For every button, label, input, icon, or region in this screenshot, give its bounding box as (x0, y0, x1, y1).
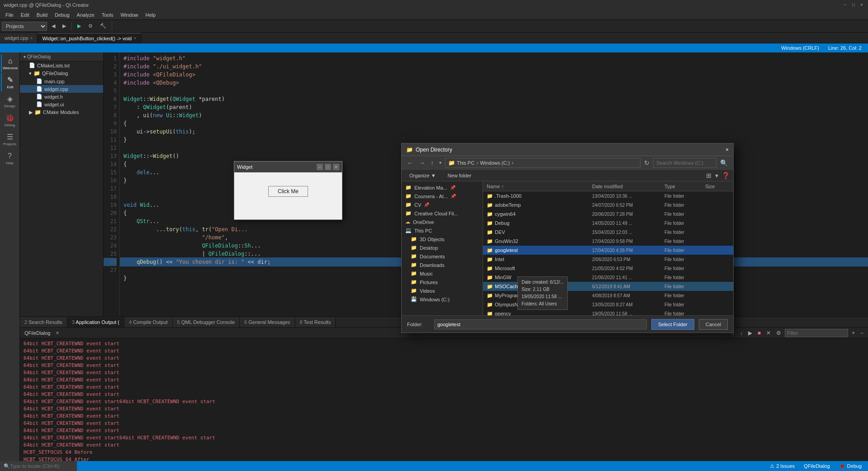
status-debug[interactable]: 🐞 Debug (836, 463, 864, 469)
dir-search-input[interactable] (653, 158, 716, 168)
dir-back-btn[interactable]: ← (405, 158, 415, 167)
encoding-info[interactable]: Windows (CRLF) (778, 45, 822, 51)
menu-help[interactable]: Help (142, 11, 160, 19)
tree-item-qfiledialog-folder[interactable]: ▾ 📁 QFileDialog (20, 69, 103, 77)
menu-debug[interactable]: Debug (51, 11, 73, 19)
toolbar-forward-btn[interactable]: ▶ (60, 21, 69, 31)
organize-btn[interactable]: Organize ▼ (405, 171, 440, 180)
col-date[interactable]: Date modified (588, 184, 661, 189)
dir-row-msocache[interactable]: 📁MSOCache 6/12/2019 8:41 AM File folder (483, 282, 733, 291)
click-me-button[interactable]: Click Me (268, 186, 308, 197)
toolbar-back-btn[interactable]: ◀ (49, 21, 58, 31)
dir-left-this-pc[interactable]: 💻 This PC (402, 226, 483, 235)
dir-left-music[interactable]: 📁 Music (402, 269, 483, 278)
projects-dropdown[interactable]: Projects (2, 22, 47, 31)
sidebar-item-help[interactable]: ? Help (1, 149, 19, 167)
toolbar-build-btn[interactable]: 🔨 (97, 21, 109, 31)
dir-row-trash[interactable]: 📁.Trash-1000 13/04/2020 10:36 ... File f… (483, 191, 733, 200)
dir-row-debug[interactable]: 📁Debug 14/05/2020 11:49 ... File folder (483, 219, 733, 228)
tree-item-widget-cpp[interactable]: 📄 widget.cpp (20, 85, 103, 93)
minimize-btn[interactable]: − (843, 2, 848, 8)
tree-item-widget-h[interactable]: 📄 widget.h (20, 93, 103, 100)
bottom-tab-compile[interactable]: 4 Compile Output (124, 317, 173, 327)
dir-left-windows-c[interactable]: 💾 Windows (C:) (402, 295, 483, 304)
tab-on-push-button[interactable]: Widget::on_pushButton_clicked() -> void … (38, 33, 141, 43)
dir-row-adobetemp[interactable]: 📁adobeTemp 24/07/2020 6:52 PM File folde… (483, 200, 733, 209)
sidebar-item-welcome[interactable]: ⌂ Welcome (1, 54, 19, 72)
dir-row-microsoft[interactable]: 📁Microsoft 21/05/2020 4:02 PM File folde… (483, 264, 733, 273)
tab-widget-cpp[interactable]: widget.cpp × (0, 33, 38, 43)
output-scroll-down-btn[interactable]: ↓ (738, 328, 745, 338)
dir-forward-btn[interactable]: → (417, 158, 427, 167)
dir-left-pictures[interactable]: 📁 Pictures (402, 278, 483, 286)
toolbar-debug-btn[interactable]: ⚙ (85, 21, 95, 31)
bottom-tab-search-results[interactable]: 2 Search Results (20, 317, 67, 327)
menu-edit[interactable]: Edit (17, 11, 33, 19)
dir-row-mingw[interactable]: 📁MinGW 21/06/2020 11:41 ... File folder (483, 273, 733, 282)
breadcrumb-windows-c[interactable]: Windows (C:) (480, 160, 510, 166)
dir-left-videos[interactable]: 📁 Videos (402, 286, 483, 295)
close-tab-widget-cpp[interactable]: × (30, 36, 33, 41)
col-type[interactable]: Type (661, 184, 702, 189)
dir-row-cygwin64[interactable]: 📁cygwin64 20/06/2020 7:28 PM File folder (483, 209, 733, 219)
output-content[interactable]: 64bit HCBT_CREATEWND event start 64bit H… (20, 338, 868, 461)
status-issues[interactable]: ⚠ 2 Issues (767, 463, 797, 469)
type-to-locate-input[interactable] (10, 463, 73, 469)
dir-up-btn[interactable]: ↑ (429, 158, 436, 167)
dir-left-cv[interactable]: 📁 CV 📌 (402, 200, 483, 209)
dir-row-googletest[interactable]: 📁googletest 17/04/2020 4:26 PM File fold… (483, 246, 733, 255)
sidebar-item-debug[interactable]: 🐞 Debug (1, 111, 19, 129)
line-col-info[interactable]: Line: 26, Col: 2 (825, 45, 864, 51)
view-list-btn[interactable]: ▾ (715, 172, 718, 179)
dir-left-elevation[interactable]: 📁 Elevation Ma... 📌 (402, 183, 483, 192)
output-settings-btn[interactable]: ⚙ (774, 328, 783, 338)
menu-tools[interactable]: Tools (98, 11, 117, 19)
new-folder-btn[interactable]: New folder (444, 171, 476, 180)
status-type-to-locate[interactable]: 🔍 (0, 461, 77, 471)
dir-row-gnuwin32[interactable]: 📁GnuWin32 17/04/2020 9:58 PM File folder (483, 237, 733, 246)
bottom-tab-qml[interactable]: 5 QML Debugger Console (173, 317, 240, 327)
filter-remove-btn[interactable]: − (859, 328, 865, 338)
col-size[interactable]: Size (702, 184, 733, 189)
view-toggle-btn[interactable]: ⊞ (706, 172, 711, 179)
dir-help-btn[interactable]: ❓ (722, 172, 730, 179)
menu-file[interactable]: File (2, 11, 17, 19)
output-play-btn[interactable]: ▶ (746, 328, 754, 338)
sidebar-item-projects[interactable]: ☰ Projects (1, 130, 19, 148)
close-output-tab-btn[interactable]: × (54, 328, 61, 338)
close-tab-on-push-button[interactable]: × (133, 36, 136, 41)
tree-item-widget-ui[interactable]: 📄 widget.ui (20, 100, 103, 108)
dir-left-desktop[interactable]: 📁 Desktop (402, 243, 483, 252)
dir-row-olympusndt[interactable]: 📁OlympusNDT 13/05/2020 8:27 AM File fold… (483, 300, 733, 309)
dir-search-btn[interactable]: 🔍 (718, 158, 730, 167)
widget-close-btn[interactable]: × (333, 164, 339, 170)
output-stop-btn[interactable]: ■ (756, 328, 763, 338)
menu-window[interactable]: Window (117, 11, 142, 19)
dir-refresh-btn[interactable]: ↻ (642, 158, 651, 167)
bottom-tab-app-output[interactable]: 3 Application Output ( (67, 317, 124, 327)
tree-item-cmake-modules[interactable]: ▶ 📁 CMake Modules (20, 108, 103, 116)
output-clear-btn[interactable]: ✕ (764, 328, 773, 338)
tree-item-main-cpp[interactable]: 📄 main.cpp (20, 77, 103, 85)
widget-minimize-btn[interactable]: − (317, 164, 323, 170)
bottom-tab-test[interactable]: 8 Test Results (295, 317, 336, 327)
col-name[interactable]: Name ↑ (483, 184, 588, 189)
status-qfiledialog[interactable]: QFileDialog (801, 463, 832, 469)
toolbar-run-btn[interactable]: ▶ (75, 21, 84, 31)
filter-input[interactable] (785, 329, 848, 337)
filter-add-btn[interactable]: + (850, 328, 857, 338)
sidebar-item-edit[interactable]: ✎ Edit (1, 73, 19, 91)
tree-item-cmakelists[interactable]: 📄 CMakeLists.txt (20, 62, 103, 69)
sidebar-item-design[interactable]: ◈ Design (1, 92, 19, 110)
menu-analyze[interactable]: Analyze (73, 11, 98, 19)
folder-input[interactable] (434, 319, 647, 329)
dir-left-creative-cloud[interactable]: 📁 Creative Cloud Fil... (402, 209, 483, 218)
bottom-tab-general[interactable]: 6 General Messages (240, 317, 295, 327)
dir-row-intel[interactable]: 📁Intel 2/06/2020 6:53 PM File folder (483, 255, 733, 264)
dir-row-myprogramdata[interactable]: 📁MyProgramData 4/08/2019 8:57 AM File fo… (483, 291, 733, 300)
dir-history-btn[interactable]: ▾ (437, 159, 443, 166)
dir-left-coursera[interactable]: 📁 Coursera - AI... 📌 (402, 192, 483, 200)
dir-row-dev[interactable]: 📁DEV 15/04/2020 12:03 ... File folder (483, 228, 733, 237)
dir-left-documents[interactable]: 📁 Documents (402, 252, 483, 261)
dir-left-3d-objects[interactable]: 📁 3D Objects (402, 235, 483, 243)
